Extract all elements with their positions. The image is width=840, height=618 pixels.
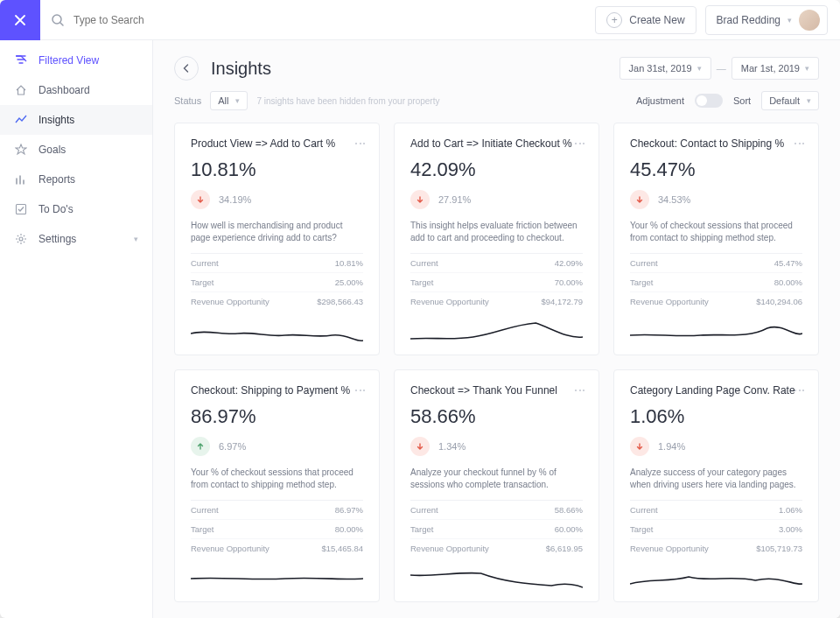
stat-value: 25.00%: [335, 277, 363, 287]
chevron-down-icon: ▾: [697, 64, 702, 73]
stat-label: Target: [630, 277, 653, 287]
card-value: 58.66%: [410, 405, 583, 428]
sidebar-item-goals[interactable]: Goals: [0, 135, 152, 165]
stat-label: Target: [410, 524, 433, 534]
insight-card[interactable]: Add to Cart => Initiate Checkout % ⋮ 42.…: [394, 123, 599, 355]
arrow-down-icon: [410, 437, 430, 456]
search-input[interactable]: [74, 14, 595, 26]
adjustment-label: Adjustment: [636, 95, 684, 106]
sidebar-item-label: Reports: [38, 173, 75, 186]
card-change: 34.19%: [219, 194, 251, 205]
stat-value: 42.09%: [555, 258, 583, 268]
card-title: Checkout: Shipping to Payment %: [191, 384, 357, 397]
chevron-down-icon: ▾: [788, 16, 792, 25]
card-change: 27.91%: [438, 194, 471, 205]
top-bar: + Create New Brad Redding ▾: [0, 0, 840, 40]
stat-label: Target: [410, 277, 433, 287]
card-title: Checkout: Contact to Shipping %: [630, 137, 796, 150]
card-menu-button[interactable]: ⋮: [796, 137, 802, 149]
stat-value: 58.66%: [555, 505, 583, 515]
stat-value: 1.06%: [779, 505, 802, 515]
card-value: 10.81%: [191, 158, 363, 181]
card-stats: Current10.81% Target25.00% Revenue Oppor…: [191, 253, 363, 311]
search-wrap: [40, 13, 595, 27]
search-icon: [51, 13, 65, 27]
card-menu-button[interactable]: ⋮: [796, 384, 802, 396]
card-stats: Current58.66% Target60.00% Revenue Oppor…: [410, 500, 583, 558]
sidebar-item-label: Filtered View: [38, 54, 99, 67]
chevron-down-icon: ▾: [235, 96, 240, 105]
sort-label: Sort: [733, 95, 751, 106]
check-icon: [14, 202, 28, 216]
date-from[interactable]: Jan 31st, 2019▾: [620, 57, 711, 80]
insight-card[interactable]: Checkout: Shipping to Payment % ⋮ 86.97%…: [174, 369, 380, 602]
stat-label: Current: [191, 258, 219, 268]
user-menu[interactable]: Brad Redding ▾: [705, 5, 828, 35]
sort-select[interactable]: Default▾: [761, 91, 819, 110]
sidebar-item-label: Insights: [38, 114, 74, 126]
adjustment-toggle[interactable]: [695, 94, 723, 108]
stat-label: Current: [410, 505, 438, 515]
insight-card[interactable]: Product View => Add to Cart % ⋮ 10.81% 3…: [174, 123, 380, 355]
card-description: This insight helps evaluate friction bet…: [410, 220, 583, 244]
page-title: Insights: [211, 59, 271, 79]
card-title: Add to Cart => Initiate Checkout %: [410, 137, 577, 150]
home-icon: [14, 83, 28, 97]
card-description: Your % of checkout sessions that proceed…: [630, 220, 802, 244]
arrow-down-icon: [630, 190, 649, 209]
stat-value: 80.00%: [335, 524, 363, 534]
card-title: Category Landing Page Conv. Rate: [630, 384, 796, 397]
card-description: Analyze success of your category pages w…: [630, 467, 802, 491]
cards-grid: Product View => Add to Cart % ⋮ 10.81% 3…: [153, 123, 840, 618]
card-change: 1.94%: [658, 441, 685, 452]
card-menu-button[interactable]: ⋮: [577, 384, 583, 396]
sidebar-item-todos[interactable]: To Do's: [0, 194, 152, 224]
star-icon: [14, 143, 28, 157]
sidebar-item-filtered-view[interactable]: Filtered View: [0, 46, 152, 75]
card-value: 42.09%: [410, 158, 583, 181]
sidebar-item-dashboard[interactable]: Dashboard: [0, 75, 152, 105]
card-menu-button[interactable]: ⋮: [577, 137, 583, 149]
close-button[interactable]: [0, 0, 40, 40]
date-to[interactable]: Mar 1st, 2019▾: [732, 57, 819, 80]
card-change: 1.34%: [438, 441, 466, 452]
stat-value: 60.00%: [555, 524, 583, 534]
status-select[interactable]: All▾: [210, 91, 248, 110]
card-menu-button[interactable]: ⋮: [357, 137, 363, 149]
sidebar-item-reports[interactable]: Reports: [0, 165, 152, 194]
stat-value: $94,172.79: [541, 297, 583, 306]
sidebar-item-label: Dashboard: [38, 84, 90, 96]
sparkline: [191, 316, 363, 346]
stat-value: $105,719.73: [756, 544, 802, 553]
sidebar-item-settings[interactable]: Settings ▾: [0, 224, 152, 254]
sparkline: [191, 563, 363, 593]
chevron-down-icon: ▾: [134, 235, 138, 243]
hidden-note: 7 insights have been hidden from your pr…: [256, 96, 439, 106]
date-range: Jan 31st, 2019▾ — Mar 1st, 2019▾: [620, 57, 819, 80]
back-button[interactable]: [174, 56, 199, 81]
card-title: Product View => Add to Cart %: [191, 137, 357, 150]
create-new-button[interactable]: + Create New: [595, 6, 696, 34]
insight-card[interactable]: Checkout => Thank You Funnel ⋮ 58.66% 1.…: [394, 369, 599, 602]
status-label: Status: [174, 95, 201, 106]
insight-card[interactable]: Category Landing Page Conv. Rate ⋮ 1.06%…: [613, 369, 819, 602]
gear-icon: [14, 232, 28, 246]
card-stats: Current1.06% Target3.00% Revenue Opportu…: [630, 500, 802, 558]
trend-icon: [14, 113, 28, 127]
stat-value: $15,465.84: [321, 544, 363, 553]
main-content: Insights Jan 31st, 2019▾ — Mar 1st, 2019…: [153, 40, 840, 618]
stat-value: $298,566.43: [317, 297, 363, 306]
stat-label: Revenue Opportunity: [191, 544, 270, 553]
plus-icon: +: [606, 12, 622, 28]
insight-card[interactable]: Checkout: Contact to Shipping % ⋮ 45.47%…: [613, 123, 819, 355]
arrow-down-icon: [630, 437, 649, 456]
card-menu-button[interactable]: ⋮: [357, 384, 363, 396]
sidebar-item-insights[interactable]: Insights: [0, 105, 152, 135]
chevron-down-icon: ▾: [807, 96, 811, 105]
sidebar-item-label: To Do's: [38, 203, 74, 215]
stat-label: Revenue Opportunity: [630, 297, 709, 306]
stat-label: Revenue Opportunity: [410, 544, 489, 553]
filter-row: Status All▾ 7 insights have been hidden …: [153, 91, 840, 123]
stat-label: Current: [630, 505, 658, 515]
svg-point-2: [19, 237, 23, 241]
